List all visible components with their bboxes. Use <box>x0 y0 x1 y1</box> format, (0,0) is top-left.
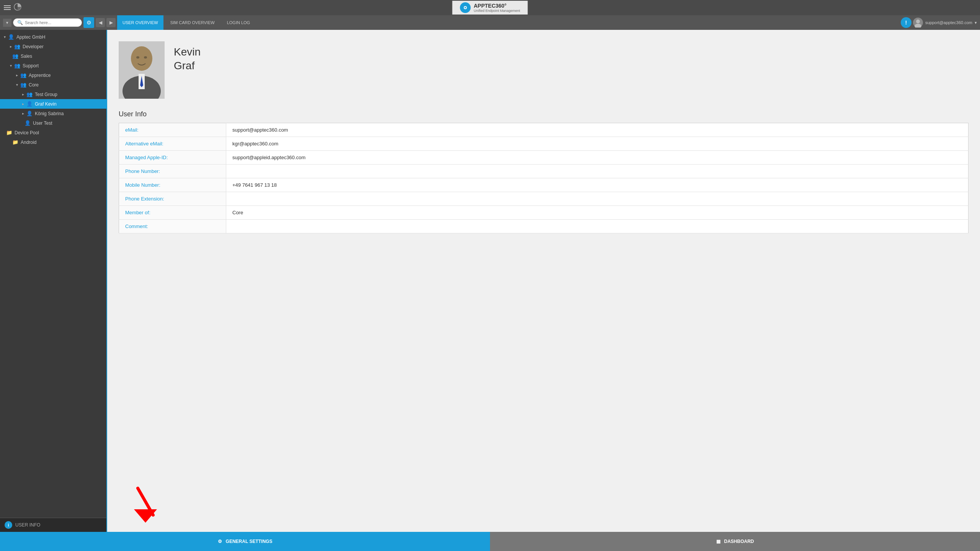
field-value: support@apptec360.com <box>226 123 969 137</box>
user-avatar-small <box>913 18 923 28</box>
search-box: 🔍 <box>13 18 82 27</box>
table-row: Alternative eMail: kgr@apptec360.com <box>119 137 969 151</box>
field-value <box>226 220 969 233</box>
org-icon: 👤 <box>8 34 14 40</box>
svg-point-12 <box>144 56 147 59</box>
sidebar-section-user-info: i USER INFO <box>0 518 106 532</box>
field-label: Member of: <box>119 206 226 220</box>
search-icon: 🔍 <box>17 20 23 25</box>
bottom-bar: ⚙ GENERAL SETTINGS ▦ DASHBOARD <box>0 532 980 551</box>
tab-user-overview[interactable]: USER OVERVIEW <box>117 15 163 30</box>
tab-login-log[interactable]: LOGIN LOG <box>222 15 256 30</box>
field-value: Core <box>226 206 969 220</box>
sidebar-item-support[interactable]: ▾ 👥 Support <box>0 61 106 70</box>
table-row: Member of: Core <box>119 206 969 220</box>
settings-icon: ⚙ <box>218 539 222 544</box>
sidebar-item-developer[interactable]: ▸ 👥 Developer <box>0 42 106 51</box>
sidebar-item-konig-sabrina[interactable]: ▸ 👤 König Sabrina <box>0 109 106 118</box>
logo-title: APPTEC360° <box>474 3 520 9</box>
expand-arrow: ▾ <box>4 35 6 39</box>
expand-arrow: ▸ <box>22 111 24 116</box>
dashboard-icon: ▦ <box>716 539 720 544</box>
content-area: Kevin Graf User Info eMail: support@appt… <box>107 30 980 532</box>
section-title-user-info: User Info <box>119 110 969 118</box>
field-value <box>226 192 969 206</box>
expand-arrow: ▸ <box>22 92 24 96</box>
device-icon: 📁 <box>12 139 18 145</box>
field-label: eMail: <box>119 123 226 137</box>
svg-point-4 <box>916 20 920 23</box>
user-info-table: eMail: support@apptec360.com Alternative… <box>119 123 969 233</box>
pie-chart-icon[interactable] <box>14 3 21 12</box>
forward-arrow-button[interactable]: ▶ <box>106 18 116 27</box>
user-dropdown-icon: ▾ <box>975 20 977 25</box>
field-label: Phone Extension: <box>119 192 226 206</box>
table-row: Phone Number: <box>119 165 969 178</box>
user-profile-header: Kevin Graf <box>119 41 969 99</box>
field-label: Mobile Number: <box>119 178 226 192</box>
svg-point-11 <box>136 56 139 59</box>
search-input[interactable] <box>25 20 78 25</box>
logo-subtitle: Unified Endpoint Management <box>474 9 520 13</box>
expand-arrow: ▸ <box>10 44 12 49</box>
dashboard-button[interactable]: ▦ DASHBOARD <box>490 532 980 551</box>
general-settings-label: GENERAL SETTINGS <box>226 539 273 544</box>
user-avatar-large <box>119 41 165 99</box>
nav-dropdown-button[interactable]: ▾ <box>3 19 11 27</box>
user-email-label: support@apptec360.com <box>925 20 972 25</box>
expand-arrow: ▾ <box>10 64 12 68</box>
sidebar-item-core[interactable]: ▾ 👥 Core <box>0 80 106 90</box>
subgroup-icon: 👥 <box>20 82 26 88</box>
user-icon: 👤 <box>26 101 33 107</box>
sidebar-item-graf-kevin[interactable]: ▸ 👤 Graf Kevin <box>0 99 106 109</box>
sidebar-item-test-group[interactable]: ▸ 👥 Test Group <box>0 90 106 99</box>
field-value <box>226 165 969 178</box>
user-account-button[interactable]: support@apptec360.com ▾ <box>913 18 977 28</box>
field-label: Phone Number: <box>119 165 226 178</box>
table-row: Mobile Number: +49 7641 967 13 18 <box>119 178 969 192</box>
nav-bar: ▾ 🔍 ⚙ ◀ ▶ USER OVERVIEW SIM CARD OVERVIE… <box>0 15 980 30</box>
subgroup-icon: 👥 <box>26 91 33 97</box>
expand-arrow: ▾ <box>16 83 18 87</box>
field-label: Managed Apple-ID: <box>119 151 226 165</box>
sidebar-item-apptec[interactable]: ▾ 👤 Apptec GmbH <box>0 32 106 42</box>
table-row: Phone Extension: <box>119 192 969 206</box>
svg-point-5 <box>915 24 921 28</box>
svg-point-7 <box>131 46 152 71</box>
sidebar: ▾ 👤 Apptec GmbH ▸ 👥 Developer 👥 Sales ▾ … <box>0 30 107 532</box>
field-value: +49 7641 967 13 18 <box>226 178 969 192</box>
sidebar-item-android[interactable]: 📁 Android <box>0 137 106 147</box>
svg-point-3 <box>464 7 466 8</box>
user-icon: 👤 <box>24 120 31 126</box>
back-arrow-button[interactable]: ◀ <box>96 18 105 27</box>
sidebar-item-user-test[interactable]: 👤 User Test <box>0 118 106 128</box>
sidebar-tree: ▾ 👤 Apptec GmbH ▸ 👥 Developer 👥 Sales ▾ … <box>0 30 106 518</box>
logo-icon <box>460 2 470 13</box>
expand-arrow: ▸ <box>22 102 24 106</box>
gear-button[interactable]: ⚙ <box>83 17 94 28</box>
main-layout: ▾ 👤 Apptec GmbH ▸ 👥 Developer 👥 Sales ▾ … <box>0 30 980 532</box>
group-icon: 👥 <box>14 44 20 49</box>
field-label: Comment: <box>119 220 226 233</box>
field-value: support@appleid.apptec360.com <box>226 151 969 165</box>
group-icon: 👥 <box>12 53 18 59</box>
sidebar-item-sales[interactable]: 👥 Sales <box>0 51 106 61</box>
hamburger-menu-icon[interactable] <box>4 5 11 10</box>
table-row: Comment: <box>119 220 969 233</box>
group-icon: 👥 <box>14 63 20 68</box>
top-header: APPTEC360° Unified Endpoint Management <box>0 0 980 15</box>
general-settings-button[interactable]: ⚙ GENERAL SETTINGS <box>0 532 490 551</box>
tab-sim-card-overview[interactable]: SIM CARD OVERVIEW <box>165 15 220 30</box>
pool-icon: 📁 <box>6 130 12 135</box>
subgroup-icon: 👥 <box>20 72 26 78</box>
table-row: eMail: support@apptec360.com <box>119 123 969 137</box>
expand-arrow: ▸ <box>16 73 18 77</box>
top-header-left <box>4 3 21 12</box>
field-value: kgr@apptec360.com <box>226 137 969 151</box>
dashboard-label: DASHBOARD <box>724 539 754 544</box>
logo-text-area: APPTEC360° Unified Endpoint Management <box>474 3 520 13</box>
sidebar-item-device-pool[interactable]: 📁 Device Pool <box>0 128 106 137</box>
sidebar-item-apprentice[interactable]: ▸ 👥 Apprentice <box>0 70 106 80</box>
sidebar-section-label: USER INFO <box>15 522 40 528</box>
alert-button[interactable]: ! <box>901 17 911 28</box>
